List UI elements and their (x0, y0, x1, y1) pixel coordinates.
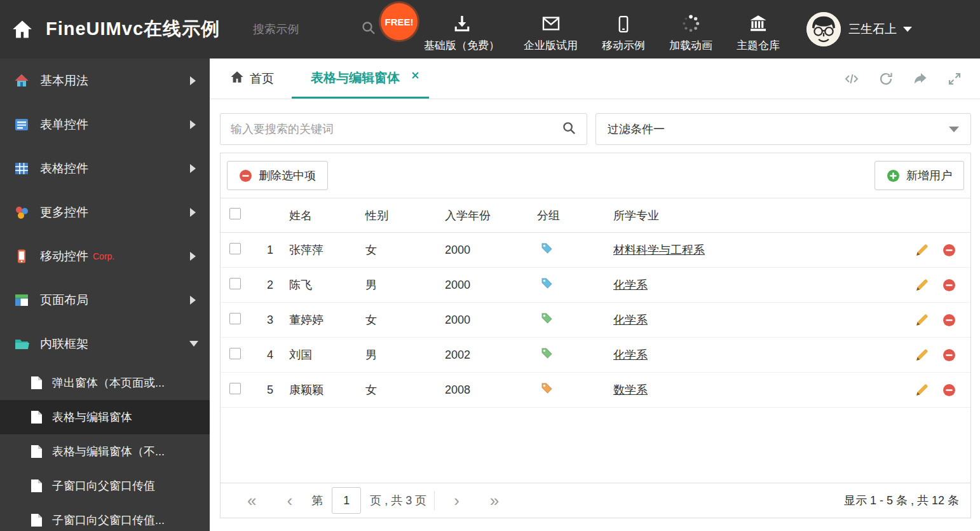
sidebar-item-label: 更多控件 (40, 204, 88, 221)
sidebar-item-basic-usage[interactable]: 基本用法 (0, 59, 210, 102)
sidebar-subitem-label: 弹出窗体（本页面或... (52, 375, 165, 390)
refresh-icon[interactable] (878, 71, 894, 86)
tab-grid-edit-window[interactable]: 表格与编辑窗体 (292, 59, 429, 99)
search-icon[interactable] (562, 121, 576, 138)
column-header-gender[interactable]: 性别 (365, 208, 445, 223)
major-link[interactable]: 化学系 (613, 314, 648, 326)
major-link[interactable]: 化学系 (613, 348, 648, 361)
cell-year: 2000 (445, 314, 537, 327)
page-suffix-label: 页 , 共 3 页 (370, 493, 426, 508)
tag-icon (541, 277, 553, 289)
header-search-input[interactable] (253, 23, 361, 36)
column-header-group[interactable]: 分组 (537, 208, 613, 223)
edit-pencil-icon[interactable] (915, 279, 929, 292)
sidebar-subitem-child-to-parent-alt[interactable]: 子窗口向父窗口传值... (0, 503, 210, 531)
file-icon (31, 445, 43, 459)
source-code-icon[interactable] (844, 71, 859, 86)
edit-pencil-icon[interactable] (915, 383, 929, 397)
prev-page-button[interactable]: ‹ (271, 492, 308, 509)
row-number: 4 (251, 348, 289, 362)
nav-item-mobile-demo[interactable]: 移动示例 (602, 6, 645, 53)
main-content: 首页 表格与编辑窗体 (210, 59, 980, 531)
app-header: FineUIMvc在线示例 FREE! 基础版（免费） 企业版试用 (0, 0, 980, 59)
delete-row-icon[interactable] (943, 314, 956, 327)
tag-icon (541, 347, 553, 359)
sidebar-item-inline-frame[interactable]: 内联框架 (0, 322, 210, 366)
user-menu[interactable]: 三生石上 (806, 12, 912, 46)
tab-bar: 首页 表格与编辑窗体 (210, 59, 980, 99)
nav-item-label: 基础版（免费） (424, 38, 500, 53)
sidebar-subitem-label: 子窗口向父窗口传值 (52, 478, 155, 493)
tab-active-label: 表格与编辑窗体 (311, 69, 400, 86)
nav-item-basic-free[interactable]: FREE! 基础版（免费） (424, 6, 500, 53)
edit-pencil-icon[interactable] (915, 348, 929, 362)
sidebar-item-grid-controls[interactable]: 表格控件 (0, 146, 210, 190)
column-header-name[interactable]: 姓名 (289, 208, 365, 223)
sidebar-subitem-grid-edit-window[interactable]: 表格与编辑窗体 (0, 400, 210, 434)
app-home-icon[interactable] (11, 18, 33, 40)
open-in-new-icon[interactable] (913, 71, 928, 86)
cell-name: 张萍萍 (289, 242, 365, 258)
major-link[interactable]: 材料科学与工程系 (613, 244, 705, 256)
row-checkbox[interactable] (229, 383, 241, 394)
page-prefix-label: 第 (311, 493, 323, 508)
major-link[interactable]: 数学系 (613, 383, 648, 396)
user-name: 三生石上 (848, 21, 897, 38)
major-link[interactable]: 化学系 (613, 279, 648, 291)
delete-selected-button[interactable]: 删除选中项 (227, 161, 328, 190)
select-all-checkbox[interactable] (229, 208, 241, 219)
sidebar-item-mobile-controls[interactable]: 移动控件 Corp. (0, 234, 210, 278)
close-icon[interactable] (412, 67, 419, 74)
header-nav: FREE! 基础版（免费） 企业版试用 移动示例 (424, 6, 780, 53)
row-checkbox[interactable] (229, 243, 241, 254)
column-header-major[interactable]: 所学专业 (613, 208, 901, 223)
chevron-down-icon (903, 27, 912, 32)
cell-gender: 女 (365, 242, 445, 258)
header-search (253, 20, 390, 38)
delete-row-icon[interactable] (943, 244, 956, 257)
sidebar-subitem-grid-edit-window-alt[interactable]: 表格与编辑窗体（不... (0, 434, 210, 469)
table-row: 5 康颖颖 女 2008 数学系 (221, 373, 970, 408)
sidebar-item-page-layout[interactable]: 页面布局 (0, 278, 210, 322)
nav-item-enterprise-trial[interactable]: 企业版试用 (524, 6, 578, 53)
sidebar-subitem-child-to-parent[interactable]: 子窗口向父窗口传值 (0, 469, 210, 503)
row-checkbox[interactable] (229, 313, 241, 324)
column-header-year[interactable]: 入学年份 (445, 208, 537, 223)
add-user-button[interactable]: 新增用户 (875, 161, 964, 190)
sidebar-item-form-controls[interactable]: 表单控件 (0, 102, 210, 146)
nav-item-theme-store[interactable]: 主题仓库 (737, 6, 780, 53)
row-checkbox[interactable] (229, 348, 241, 359)
delete-row-icon[interactable] (943, 383, 956, 397)
search-icon[interactable] (361, 20, 376, 38)
sidebar-subitem-popup-window[interactable]: 弹出窗体（本页面或... (0, 366, 210, 400)
nav-item-loading-animations[interactable]: 加载动画 (669, 6, 712, 53)
last-page-button[interactable]: » (475, 492, 514, 509)
cell-year: 2002 (445, 348, 537, 362)
edit-pencil-icon[interactable] (915, 244, 929, 257)
delete-row-icon[interactable] (943, 348, 956, 362)
pagination-bar: « ‹ 第 页 , 共 3 页 › » 显示 1 - 5 条 , 共 12 条 (221, 483, 970, 518)
row-checkbox[interactable] (229, 278, 241, 289)
fullscreen-icon[interactable] (947, 71, 962, 86)
first-page-button[interactable]: « (232, 492, 271, 509)
edit-pencil-icon[interactable] (915, 314, 929, 327)
chevron-down-icon (189, 341, 198, 347)
grid-search-input[interactable] (231, 123, 562, 136)
mobile-icon (14, 249, 29, 264)
cell-gender: 男 (365, 277, 445, 293)
chevron-right-icon (190, 208, 196, 217)
add-user-label: 新增用户 (906, 168, 952, 183)
corp-badge: Corp. (93, 251, 114, 261)
page-number-input[interactable] (332, 487, 361, 514)
filter-dropdown[interactable]: 过滤条件一 (595, 113, 971, 145)
next-page-button[interactable]: › (439, 492, 475, 509)
tab-home[interactable]: 首页 (210, 59, 292, 99)
delete-row-icon[interactable] (943, 279, 956, 292)
table-row: 4 刘国 男 2002 化学系 (221, 338, 970, 373)
file-icon (31, 376, 43, 390)
cell-gender: 女 (365, 382, 445, 397)
sidebar-item-more-controls[interactable]: 更多控件 (0, 190, 210, 234)
row-number: 5 (251, 383, 289, 397)
sidebar-subitem-label: 子窗口向父窗口传值... (52, 513, 165, 528)
cell-gender: 女 (365, 312, 445, 328)
